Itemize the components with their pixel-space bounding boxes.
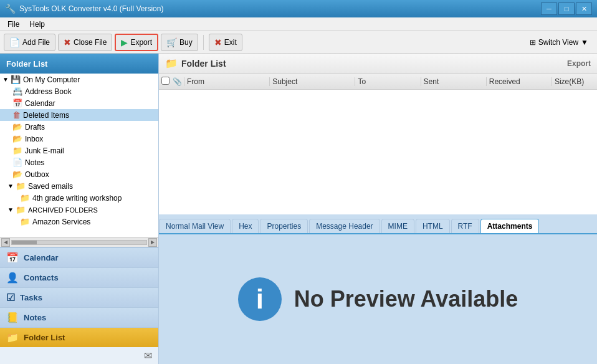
drafts-icon: 📂 <box>12 122 22 132</box>
menu-file[interactable]: File <box>2 19 24 30</box>
buy-icon: 🛒 <box>166 37 177 47</box>
tab-properties[interactable]: Properties <box>260 219 308 233</box>
address-book-icon: 📇 <box>12 87 22 96</box>
col-subject-header[interactable]: Subject <box>269 77 355 86</box>
folder-tree[interactable]: ▼ 💾 On My Computer 📇 Address Book 📅 Cale… <box>0 74 158 237</box>
tab-html[interactable]: HTML <box>416 219 450 233</box>
tree-item-deleted-items[interactable]: 🗑 Deleted Items <box>0 109 158 121</box>
tree-label-inbox: Inbox <box>25 135 43 143</box>
close-file-icon: ✖ <box>64 37 71 47</box>
tab-mime[interactable]: MIME <box>381 219 414 233</box>
close-button[interactable]: ✕ <box>576 2 592 15</box>
folder-list-header: 📁 Folder List Export <box>159 54 597 74</box>
tab-hex[interactable]: Hex <box>232 219 259 233</box>
expand-icon: ▼ <box>2 76 9 83</box>
nav-bottom-icon: ✉ <box>144 350 152 362</box>
hscroll-right-arrow[interactable]: ▶ <box>148 238 157 247</box>
tree-label-amazon-services: Amazon Services <box>32 218 90 226</box>
toolbar: 📄 Add File ✖ Close File ▶ Export 🛒 Buy ✖… <box>0 31 597 54</box>
tree-item-on-my-computer[interactable]: ▼ 💾 On My Computer <box>0 74 158 85</box>
col-to-header[interactable]: To <box>355 77 420 86</box>
hscroll-track <box>11 240 147 245</box>
info-icon: i <box>256 284 264 315</box>
nav-item-notes[interactable]: 📒 Notes <box>0 307 158 327</box>
tab-rtf[interactable]: RTF <box>451 219 479 233</box>
folder-icon: 💾 <box>11 75 21 84</box>
tab-message-header[interactable]: Message Header <box>309 219 380 233</box>
tree-label-notes: Notes <box>25 158 44 167</box>
nav-item-contacts[interactable]: 👤 Contacts <box>0 267 158 287</box>
nav-icon-tasks: ☑ <box>6 292 15 304</box>
nav-item-tasks[interactable]: ☑ Tasks <box>0 287 158 307</box>
tree-label-drafts: Drafts <box>25 123 45 132</box>
menu-help[interactable]: Help <box>24 19 50 30</box>
preview-area: i No Preview Available <box>159 234 597 364</box>
col-sent-header[interactable]: Sent <box>421 77 486 86</box>
add-file-label: Add File <box>22 38 50 47</box>
add-file-button[interactable]: 📄 Add File <box>4 34 55 51</box>
hscroll-thumb[interactable] <box>12 241 37 244</box>
no-preview-text: No Preview Available <box>294 286 518 312</box>
nav-icon-calendar: 📅 <box>6 252 19 264</box>
close-file-button[interactable]: ✖ Close File <box>58 34 112 51</box>
col-received-header[interactable]: Received <box>486 77 552 86</box>
buy-button[interactable]: 🛒 Buy <box>161 34 198 51</box>
tree-item-junk-email[interactable]: 📁 Junk E-mail <box>0 145 158 156</box>
tree-label-junk-email: Junk E-mail <box>25 146 64 155</box>
grade-writing-icon: 📁 <box>20 193 30 203</box>
folder-list-title: Folder List <box>181 59 226 69</box>
saved-emails-icon: 📁 <box>16 181 26 191</box>
nav-icon-folder-list: 📁 <box>6 332 19 343</box>
title-bar: 🔧 SysTools OLK Converter v4.0 (Full Vers… <box>0 0 597 17</box>
main-layout: Folder List ▼ 💾 On My Computer 📇 Address… <box>0 54 597 364</box>
tree-item-inbox[interactable]: 📂 Inbox <box>0 133 158 145</box>
nav-item-calendar[interactable]: 📅 Calendar <box>0 247 158 267</box>
tab-normal-mail[interactable]: Normal Mail View <box>159 219 231 233</box>
expand-icon-archived: ▼ <box>7 206 14 213</box>
tree-item-drafts[interactable]: 📂 Drafts <box>0 121 158 133</box>
hscroll-right[interactable]: ▶ <box>148 238 157 247</box>
tree-item-archived-folders[interactable]: ▼ 📁 ARCHIVED FOLDERS <box>0 204 158 216</box>
buy-label: Buy <box>179 38 193 47</box>
expand-icon-saved: ▼ <box>7 183 14 189</box>
select-all-checkbox[interactable] <box>161 77 170 85</box>
tree-item-amazon-services[interactable]: 📁 Amazon Services <box>0 216 158 228</box>
no-preview-icon: i <box>238 277 282 321</box>
tree-item-grade-writing[interactable]: 📁 4th grade writing workshop <box>0 192 158 204</box>
amazon-icon: 📁 <box>20 217 30 226</box>
tree-item-address-book[interactable]: 📇 Address Book <box>0 85 158 97</box>
nav-label-tasks: Tasks <box>20 293 42 302</box>
email-table-header: 📎 From Subject To Sent Received Size(KB) <box>159 74 597 90</box>
tree-label-on-my-computer: On My Computer <box>23 75 80 84</box>
tree-item-outbox[interactable]: 📂 Outbox <box>0 168 158 180</box>
minimize-button[interactable]: ─ <box>541 2 557 15</box>
nav-item-folder-list[interactable]: 📁 Folder List <box>0 327 158 347</box>
tree-item-notes[interactable]: 📄 Notes <box>0 156 158 168</box>
col-size-header[interactable]: Size(KB) <box>552 77 597 86</box>
switch-view-arrow: ▼ <box>581 38 588 47</box>
maximize-button[interactable]: □ <box>558 2 575 15</box>
tree-item-saved-emails[interactable]: ▼ 📁 Saved emails <box>0 180 158 192</box>
col-check[interactable] <box>159 77 171 87</box>
nav-icon-notes: 📒 <box>6 312 19 323</box>
right-panel: 📁 Folder List Export 📎 From Subject To S… <box>159 54 597 364</box>
exit-button[interactable]: ✖ Exit <box>209 34 242 51</box>
bottom-nav: 📅 Calendar 👤 Contacts ☑ Tasks 📒 Notes 📁 … <box>0 247 158 364</box>
export-button[interactable]: ▶ Export <box>115 34 158 51</box>
nav-label-contacts: Contacts <box>24 273 59 282</box>
email-list-area[interactable] <box>159 90 597 214</box>
outbox-icon: 📂 <box>12 170 22 179</box>
hscroll-left[interactable]: ◀ <box>1 238 10 247</box>
sidebar-header: Folder List <box>0 54 158 74</box>
col-from-header[interactable]: From <box>184 77 269 86</box>
tree-label-grade-writing: 4th grade writing workshop <box>32 194 122 203</box>
calendar-icon: 📅 <box>12 98 22 108</box>
nav-label-calendar: Calendar <box>24 253 59 262</box>
sidebar-header-label: Folder List <box>6 59 47 69</box>
nav-bottom-area: ✉ <box>0 347 158 364</box>
hscroll-left-arrow[interactable]: ◀ <box>1 238 10 247</box>
switch-view-button[interactable]: ⊞ Switch View ▼ <box>525 36 593 49</box>
tree-item-calendar[interactable]: 📅 Calendar <box>0 97 158 109</box>
folder-list-export[interactable]: Export <box>567 59 591 68</box>
tab-attachments[interactable]: Attachments <box>480 219 540 233</box>
